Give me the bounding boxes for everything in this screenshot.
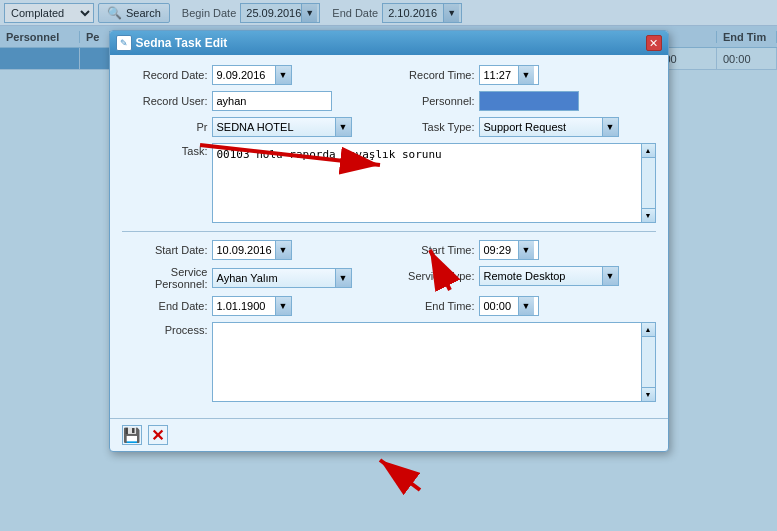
start-date-group: Start Date: 10.09.2016 ▼: [122, 240, 389, 260]
personnel-input[interactable]: [479, 91, 579, 111]
record-time-label: Record Time:: [389, 69, 479, 81]
delete-button[interactable]: ✕: [148, 425, 168, 445]
service-type-label: Service Type:: [389, 270, 479, 282]
personnel-label: Personnel:: [389, 95, 479, 107]
start-time-label: Start Time:: [389, 244, 479, 256]
service-personnel-label: Service Personnel:: [122, 266, 212, 290]
modal-title-text: Sedna Task Edit: [136, 36, 228, 50]
record-time-input[interactable]: 11:27 ▼: [479, 65, 539, 85]
modal-close-button[interactable]: ✕: [646, 35, 662, 51]
end-date-modal-dropdown-btn[interactable]: ▼: [275, 297, 291, 315]
record-time-value: 11:27: [484, 69, 512, 81]
record-date-label: Record Date:: [122, 69, 212, 81]
record-date-value: 9.09.2016: [217, 69, 266, 81]
form-row-3: Pr SEDNA HOTEL ▼ Task Type: Support Requ…: [122, 117, 656, 143]
form-col-right-2: Personnel:: [389, 91, 656, 117]
form-row-2: Record User: ayhan Personnel:: [122, 91, 656, 117]
record-time-dropdown-btn[interactable]: ▼: [518, 66, 534, 84]
task-type-label: Task Type:: [389, 121, 479, 133]
modal-title-bar: ✎ Sedna Task Edit ✕: [110, 31, 668, 55]
process-scrollbar-up-btn[interactable]: ▲: [641, 323, 655, 337]
record-user-label: Record User:: [122, 95, 212, 107]
save-button[interactable]: 💾: [122, 425, 142, 445]
service-personnel-select[interactable]: Ayhan Yalım ▼: [212, 268, 352, 288]
modal-title-bar-left: ✎ Sedna Task Edit: [116, 35, 228, 51]
delete-icon: ✕: [151, 426, 164, 445]
end-time-dropdown-btn[interactable]: ▼: [518, 297, 534, 315]
process-scrollbar-down-btn[interactable]: ▼: [641, 387, 655, 401]
task-type-dropdown-btn[interactable]: ▼: [602, 118, 618, 136]
project-group: Pr SEDNA HOTEL ▼: [122, 117, 389, 137]
end-time-group: End Time: 00:00 ▼: [389, 296, 656, 316]
modal-title-icon: ✎: [116, 35, 132, 51]
form-row-1: Record Date: 9.09.2016 ▼ Record Time: 11…: [122, 65, 656, 91]
service-personnel-value: Ayhan Yalım: [213, 272, 278, 284]
form-col-right-1: Record Time: 11:27 ▼: [389, 65, 656, 91]
record-user-group: Record User: ayhan: [122, 91, 389, 111]
form-col-left-5: Service Personnel: Ayhan Yalım ▼: [122, 266, 389, 296]
modal-body: Record Date: 9.09.2016 ▼ Record Time: 11…: [110, 55, 668, 418]
project-label: Pr: [122, 121, 212, 133]
scrollbar-down-btn[interactable]: ▼: [641, 208, 655, 222]
end-time-value: 00:00: [484, 300, 512, 312]
record-user-input[interactable]: ayhan: [212, 91, 332, 111]
service-type-group: Service Type: Remote Desktop ▼: [389, 266, 656, 286]
scrollbar-up-btn[interactable]: ▲: [641, 144, 655, 158]
svg-line-3: [380, 460, 420, 490]
service-personnel-dropdown-btn[interactable]: ▼: [335, 269, 351, 287]
section-divider: [122, 231, 656, 232]
service-type-value: Remote Desktop: [480, 270, 566, 282]
task-type-select[interactable]: Support Request ▼: [479, 117, 619, 137]
start-date-dropdown-btn[interactable]: ▼: [275, 241, 291, 259]
form-col-left-3: Pr SEDNA HOTEL ▼: [122, 117, 389, 143]
project-dropdown-btn[interactable]: ▼: [335, 118, 351, 136]
task-label: Task:: [122, 143, 212, 157]
start-time-dropdown-btn[interactable]: ▼: [518, 241, 534, 259]
form-col-right-4: Start Time: 09:29 ▼: [389, 240, 656, 266]
project-value: SEDNA HOTEL: [213, 121, 294, 133]
start-date-input[interactable]: 10.09.2016 ▼: [212, 240, 292, 260]
form-col-right-3: Task Type: Support Request ▼: [389, 117, 656, 143]
start-time-group: Start Time: 09:29 ▼: [389, 240, 656, 260]
form-row-6: End Date: 1.01.1900 ▼ End Time: 00:00 ▼: [122, 296, 656, 322]
start-time-value: 09:29: [484, 244, 512, 256]
process-textarea[interactable]: [212, 322, 642, 402]
form-col-left-6: End Date: 1.01.1900 ▼: [122, 296, 389, 322]
process-row: Process: ▲ ▼: [122, 322, 656, 402]
record-time-group: Record Time: 11:27 ▼: [389, 65, 656, 85]
form-col-left-1: Record Date: 9.09.2016 ▼: [122, 65, 389, 91]
form-col-right-5: Service Type: Remote Desktop ▼: [389, 266, 656, 296]
task-row: Task: 00103 nolu raporda yavaşlık sorunu…: [122, 143, 656, 223]
form-col-left-2: Record User: ayhan: [122, 91, 389, 117]
process-label: Process:: [122, 322, 212, 336]
form-col-right-6: End Time: 00:00 ▼: [389, 296, 656, 322]
modal-overlay: ✎ Sedna Task Edit ✕ Record Date: 9.09.20…: [0, 0, 777, 531]
start-date-label: Start Date:: [122, 244, 212, 256]
save-icon: 💾: [123, 427, 140, 443]
end-time-label: End Time:: [389, 300, 479, 312]
task-scrollbar: ▲ ▼: [642, 143, 656, 223]
record-date-input[interactable]: 9.09.2016 ▼: [212, 65, 292, 85]
start-date-value: 10.09.2016: [217, 244, 272, 256]
end-date-modal-value: 1.01.1900: [217, 300, 266, 312]
personnel-group: Personnel:: [389, 91, 656, 111]
project-select[interactable]: SEDNA HOTEL ▼: [212, 117, 352, 137]
task-type-value: Support Request: [480, 121, 567, 133]
end-date-label: End Date:: [122, 300, 212, 312]
service-type-dropdown-btn[interactable]: ▼: [602, 267, 618, 285]
form-row-4: Start Date: 10.09.2016 ▼ Start Time: 09:…: [122, 240, 656, 266]
service-personnel-group: Service Personnel: Ayhan Yalım ▼: [122, 266, 389, 290]
record-date-dropdown-btn[interactable]: ▼: [275, 66, 291, 84]
process-scrollbar: ▲ ▼: [642, 322, 656, 402]
modal-dialog: ✎ Sedna Task Edit ✕ Record Date: 9.09.20…: [109, 30, 669, 452]
record-date-group: Record Date: 9.09.2016 ▼: [122, 65, 389, 85]
form-col-left-4: Start Date: 10.09.2016 ▼: [122, 240, 389, 266]
record-user-value: ayhan: [217, 95, 247, 107]
service-type-select[interactable]: Remote Desktop ▼: [479, 266, 619, 286]
task-type-group: Task Type: Support Request ▼: [389, 117, 656, 137]
end-date-modal-input[interactable]: 1.01.1900 ▼: [212, 296, 292, 316]
task-textarea[interactable]: 00103 nolu raporda yavaşlık sorunu: [212, 143, 642, 223]
start-time-input[interactable]: 09:29 ▼: [479, 240, 539, 260]
end-time-input[interactable]: 00:00 ▼: [479, 296, 539, 316]
form-row-5: Service Personnel: Ayhan Yalım ▼ Service…: [122, 266, 656, 296]
